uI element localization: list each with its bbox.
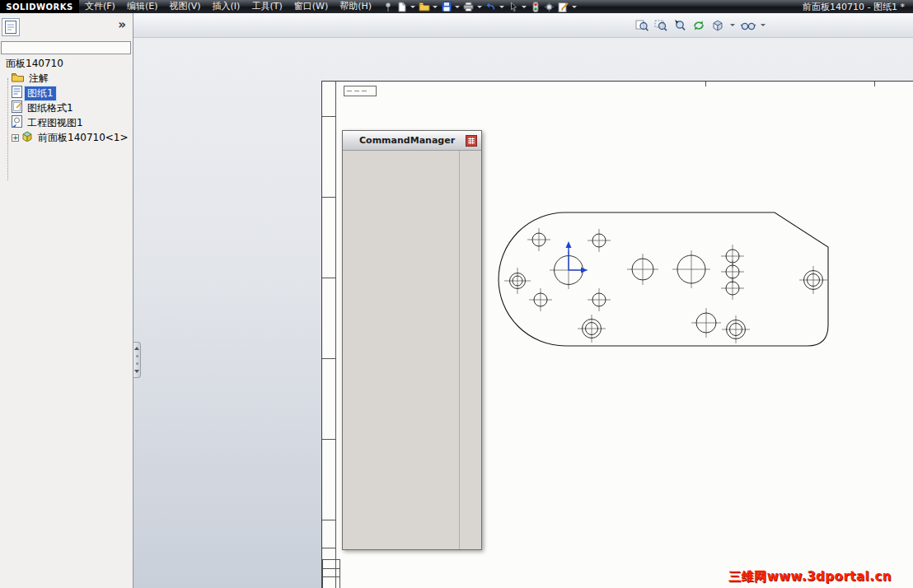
- solidworks-window: SOLIDWORKS 文件(F) 编辑(E) 视图(V) 插入(I) 工具(T)…: [0, 0, 913, 588]
- print-dropdown-caret[interactable]: [477, 6, 482, 8]
- menu-window[interactable]: 窗口(W): [288, 0, 334, 13]
- solidworks-logo: SOLIDWORKS: [0, 0, 79, 13]
- drawing-view-plate: [133, 13, 913, 588]
- feature-tree: 面板140710 注解 图纸1 图纸格式1: [0, 56, 133, 145]
- tree-item-annotations[interactable]: 注解: [0, 71, 133, 86]
- graphics-viewport[interactable]: CommandManager 三维网www.3dportal.cn: [133, 13, 913, 588]
- undo-dropdown-caret[interactable]: [499, 6, 504, 8]
- tree-guide-line: [7, 78, 8, 180]
- sketch-dropdown-caret[interactable]: [572, 6, 577, 8]
- menu-view[interactable]: 视图(V): [163, 0, 206, 13]
- tree-item-label: 注解: [26, 72, 51, 86]
- panel-tab-sheet-icon[interactable]: [2, 18, 20, 36]
- menu-file[interactable]: 文件(F): [79, 0, 121, 13]
- commandmanager-body: [343, 151, 481, 549]
- options-icon[interactable]: [542, 1, 556, 13]
- tree-expander-plus[interactable]: +: [12, 134, 19, 142]
- tree-item-label-selected: 图纸1: [25, 86, 56, 100]
- new-document-icon[interactable]: [395, 1, 409, 13]
- tree-item-part[interactable]: + 前面板140710<1>: [0, 130, 133, 145]
- tree-item-drawing-view1[interactable]: 工程图视图1: [0, 115, 133, 130]
- open-dropdown-caret[interactable]: [433, 6, 438, 8]
- pin-icon[interactable]: [381, 1, 395, 13]
- undo-icon[interactable]: [484, 1, 498, 13]
- part-icon: [21, 131, 33, 144]
- annotations-folder-icon: [12, 72, 24, 85]
- main-toolbar: [381, 1, 578, 13]
- sheet-format-icon: [12, 100, 22, 115]
- commandmanager-titlebar[interactable]: CommandManager: [343, 131, 481, 151]
- select-dropdown-caret[interactable]: [522, 6, 527, 8]
- drawing-view-icon: [12, 115, 22, 130]
- menu-edit[interactable]: 编辑(E): [121, 0, 164, 13]
- new-dropdown-caret[interactable]: [410, 6, 415, 8]
- tree-root-drawing[interactable]: 面板140710: [0, 56, 133, 71]
- tree-item-label: 图纸格式1: [25, 101, 76, 115]
- tree-item-sheet1[interactable]: 图纸1: [0, 86, 133, 100]
- menu-help[interactable]: 帮助(H): [334, 0, 377, 13]
- feature-tree-panel: » 面板140710 注解 图纸1: [0, 13, 133, 588]
- save-dropdown-caret[interactable]: [455, 6, 460, 8]
- open-icon[interactable]: [417, 1, 431, 13]
- tree-item-sheet-format1[interactable]: 图纸格式1: [0, 100, 133, 115]
- tree-root-label: 面板140710: [3, 57, 66, 71]
- select-icon[interactable]: [506, 1, 520, 13]
- sheet-icon: [12, 86, 22, 100]
- rebuild-icon[interactable]: [528, 1, 542, 13]
- tree-item-label: 前面板140710<1>: [35, 131, 131, 145]
- menu-tools[interactable]: 工具(T): [246, 0, 288, 13]
- sketch-icon[interactable]: [556, 1, 570, 13]
- commandmanager-title: CommandManager: [359, 135, 455, 146]
- panel-collapse-chevrons[interactable]: »: [118, 17, 126, 32]
- commandmanager-pin-icon[interactable]: [466, 135, 477, 147]
- print-icon[interactable]: [461, 1, 475, 13]
- tree-filter-box[interactable]: [1, 41, 131, 54]
- panel-header: »: [0, 13, 133, 41]
- menu-insert[interactable]: 插入(I): [207, 0, 246, 13]
- origin-arrows: [566, 241, 588, 273]
- commandmanager-separator: [459, 151, 460, 549]
- titlebar: SOLIDWORKS 文件(F) 编辑(E) 视图(V) 插入(I) 工具(T)…: [0, 0, 913, 13]
- window-title: 前面板140710 - 图纸1 *: [803, 1, 913, 13]
- tree-item-label: 工程图视图1: [25, 116, 86, 130]
- save-icon[interactable]: [439, 1, 453, 13]
- commandmanager-window[interactable]: CommandManager: [342, 130, 482, 550]
